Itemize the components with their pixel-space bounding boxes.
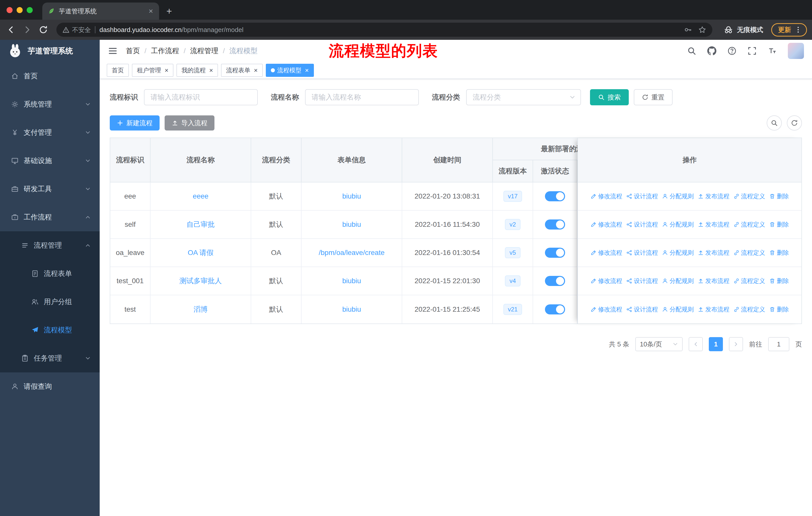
sidebar-item-devtools[interactable]: 研发工具 xyxy=(0,175,100,203)
assign-action[interactable]: 分配规则 xyxy=(662,277,694,285)
close-icon[interactable]: × xyxy=(209,67,213,74)
edit-action[interactable]: 修改流程 xyxy=(590,192,622,200)
form-link[interactable]: biubiu xyxy=(342,305,361,314)
breadcrumb-item[interactable]: 流程管理 xyxy=(190,46,219,56)
delete-action[interactable]: 删除 xyxy=(769,220,789,228)
version-badge[interactable]: v21 xyxy=(503,304,522,315)
edit-action[interactable]: 修改流程 xyxy=(590,220,622,228)
tab-close-icon[interactable]: × xyxy=(147,7,154,15)
search-button[interactable]: 搜索 xyxy=(590,89,629,105)
design-action[interactable]: 设计流程 xyxy=(626,220,658,228)
new-tab-button[interactable]: + xyxy=(162,4,176,18)
search-icon[interactable] xyxy=(687,46,696,55)
toggle-search-button[interactable] xyxy=(767,115,782,131)
reload-icon[interactable] xyxy=(37,24,49,36)
browser-tab[interactable]: 芋道管理系统 × xyxy=(42,2,159,20)
form-link[interactable]: /bpm/oa/leave/create xyxy=(319,249,385,257)
form-link[interactable]: biubiu xyxy=(342,277,361,285)
version-badge[interactable]: v4 xyxy=(505,275,520,287)
app-logo[interactable]: 芋道管理系统 xyxy=(0,40,100,62)
bookmark-star-icon[interactable] xyxy=(698,26,706,34)
sidebar-item-process-mgmt[interactable]: 流程管理 xyxy=(0,231,100,260)
forward-icon[interactable] xyxy=(21,24,33,36)
process-name-link[interactable]: 滔博 xyxy=(194,305,208,314)
process-name-link[interactable]: 自己审批 xyxy=(186,220,215,229)
next-page-button[interactable] xyxy=(729,337,743,351)
back-icon[interactable] xyxy=(5,24,17,36)
sidebar-item-task-mgmt[interactable]: 任务管理 xyxy=(0,344,100,372)
definition-action[interactable]: 流程定义 xyxy=(733,220,765,228)
assign-action[interactable]: 分配规则 xyxy=(662,192,694,200)
publish-action[interactable]: 发布流程 xyxy=(698,220,729,228)
publish-action[interactable]: 发布流程 xyxy=(698,192,729,200)
tag-home[interactable]: 首页 xyxy=(107,64,129,77)
breadcrumb-item[interactable]: 首页 xyxy=(126,46,140,56)
publish-action[interactable]: 发布流程 xyxy=(698,305,729,314)
font-size-icon[interactable] xyxy=(768,46,777,55)
address-bar[interactable]: 不安全 dashboard.yudao.iocoder.cn/bpm/manag… xyxy=(56,23,712,37)
version-badge[interactable]: v2 xyxy=(505,219,520,230)
form-link[interactable]: biubiu xyxy=(342,220,361,228)
fullscreen-icon[interactable] xyxy=(748,46,757,55)
active-toggle[interactable] xyxy=(545,191,565,201)
design-action[interactable]: 设计流程 xyxy=(626,249,658,257)
refresh-table-button[interactable] xyxy=(787,115,802,131)
password-key-icon[interactable] xyxy=(684,26,692,34)
definition-action[interactable]: 流程定义 xyxy=(733,192,765,200)
close-icon[interactable]: × xyxy=(254,67,258,74)
delete-action[interactable]: 删除 xyxy=(769,277,789,285)
assign-action[interactable]: 分配规则 xyxy=(662,305,694,314)
version-badge[interactable]: v17 xyxy=(503,191,522,202)
category-select[interactable]: 流程分类 xyxy=(466,89,581,105)
process-name-input[interactable] xyxy=(305,89,419,105)
close-icon[interactable]: × xyxy=(165,67,168,74)
active-toggle[interactable] xyxy=(545,276,565,286)
edit-action[interactable]: 修改流程 xyxy=(590,249,622,257)
page-size-select[interactable]: 10条/页 xyxy=(635,337,683,351)
tag-my-process[interactable]: 我的流程× xyxy=(176,64,218,77)
window-minimize-button[interactable] xyxy=(17,7,23,13)
window-zoom-button[interactable] xyxy=(27,7,33,13)
breadcrumb-item[interactable]: 工作流程 xyxy=(151,46,179,56)
active-toggle[interactable] xyxy=(545,219,565,229)
github-icon[interactable] xyxy=(707,46,716,55)
version-badge[interactable]: v5 xyxy=(505,247,520,258)
sidebar-item-home[interactable]: 首页 xyxy=(0,62,100,90)
create-process-button[interactable]: 新建流程 xyxy=(110,115,160,131)
publish-action[interactable]: 发布流程 xyxy=(698,277,729,285)
current-page[interactable]: 1 xyxy=(709,337,723,351)
design-action[interactable]: 设计流程 xyxy=(626,192,658,200)
sidebar-item-system[interactable]: 系统管理 xyxy=(0,90,100,118)
delete-action[interactable]: 删除 xyxy=(769,305,789,314)
close-icon[interactable]: × xyxy=(305,67,309,74)
active-toggle[interactable] xyxy=(545,248,565,258)
assign-action[interactable]: 分配规则 xyxy=(662,220,694,228)
sidebar-item-infra[interactable]: 基础设施 xyxy=(0,147,100,175)
sidebar-item-user-group[interactable]: 用户分组 xyxy=(0,288,100,316)
prev-page-button[interactable] xyxy=(689,337,703,351)
tag-process-form[interactable]: 流程表单× xyxy=(221,64,263,77)
goto-page-input[interactable] xyxy=(768,337,789,351)
publish-action[interactable]: 发布流程 xyxy=(698,249,729,257)
security-chip[interactable]: 不安全 xyxy=(62,26,91,34)
design-action[interactable]: 设计流程 xyxy=(626,277,658,285)
sidebar-item-leave-query[interactable]: 请假查询 xyxy=(0,372,100,401)
edit-action[interactable]: 修改流程 xyxy=(590,277,622,285)
design-action[interactable]: 设计流程 xyxy=(626,305,658,314)
edit-action[interactable]: 修改流程 xyxy=(590,305,622,314)
definition-action[interactable]: 流程定义 xyxy=(733,249,765,257)
tag-process-model[interactable]: 流程模型× xyxy=(266,64,314,77)
avatar[interactable] xyxy=(788,43,804,59)
definition-action[interactable]: 流程定义 xyxy=(733,277,765,285)
sidebar-item-workflow[interactable]: 工作流程 xyxy=(0,203,100,231)
sidebar-item-process-form[interactable]: 流程表单 xyxy=(0,260,100,288)
process-name-link[interactable]: 测试多审批人 xyxy=(179,276,222,286)
import-process-button[interactable]: 导入流程 xyxy=(165,115,214,131)
assign-action[interactable]: 分配规则 xyxy=(662,249,694,257)
process-id-input[interactable] xyxy=(144,89,258,105)
delete-action[interactable]: 删除 xyxy=(769,192,789,200)
form-link[interactable]: biubiu xyxy=(342,192,361,200)
active-toggle[interactable] xyxy=(545,304,565,315)
sidebar-item-process-model[interactable]: 流程模型 xyxy=(0,316,100,344)
tag-tenant[interactable]: 租户管理× xyxy=(132,64,173,77)
